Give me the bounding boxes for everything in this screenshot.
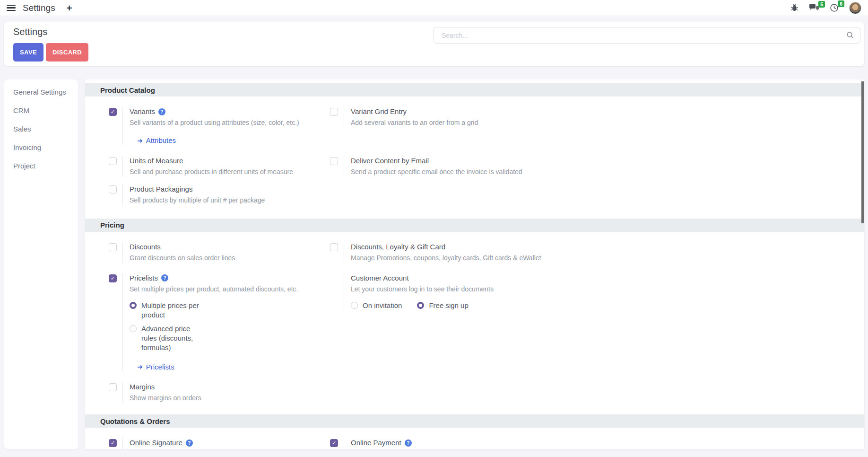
radio-advanced-price-rules[interactable]: Advanced price rules (discounts, formula…: [130, 324, 298, 352]
sidebar-item-project[interactable]: Project: [4, 157, 78, 175]
deliver-content-checkbox[interactable]: ✓: [330, 157, 338, 165]
setting-units-of-measure: ✓ Units of Measure Sell and purchase pro…: [109, 156, 330, 177]
settings-content: Product Catalog ✓ Variants ? Sell varian…: [85, 79, 864, 449]
chat-bubbles-icon: [809, 4, 819, 12]
setting-description: Manage Promotions, coupons, loyalty card…: [351, 253, 541, 263]
section-title: Quotations & Orders: [100, 417, 170, 425]
loyalty-checkbox[interactable]: ✓: [330, 243, 338, 251]
setting-label: Margins: [130, 382, 155, 392]
radio-button[interactable]: [130, 325, 137, 332]
navbar-app-title: Settings: [23, 3, 55, 13]
messages-count-badge: 5: [818, 1, 825, 8]
debug-bug-icon[interactable]: [790, 4, 799, 12]
help-icon[interactable]: ?: [405, 439, 412, 447]
setting-label: Pricelists: [130, 273, 158, 283]
setting-label: Discounts, Loyalty & Gift Card: [351, 242, 445, 252]
setting-variants: ✓ Variants ? Sell variants of a product …: [109, 107, 330, 145]
discounts-checkbox[interactable]: ✓: [109, 243, 117, 251]
vertical-scrollbar-thumb[interactable]: [861, 81, 864, 223]
setting-margins: ✓ Margins Show margins on orders: [109, 382, 330, 403]
top-navbar: Settings + 5: [0, 0, 868, 16]
activities-count-badge: 6: [838, 0, 844, 7]
setting-description: Sell products by multiple of unit # per …: [130, 195, 265, 205]
section-header-quotations-orders: Quotations & Orders: [85, 414, 864, 428]
user-avatar[interactable]: [849, 2, 861, 14]
setting-description: Sell and purchase products in different …: [130, 167, 293, 177]
attributes-link[interactable]: ➜ Attributes: [137, 136, 176, 144]
arrow-right-icon: ➜: [137, 137, 143, 144]
setting-description: Add several variants to an order from a …: [351, 118, 478, 128]
sidebar-item-sales[interactable]: Sales: [4, 120, 78, 138]
control-panel: Settings SAVE DISCARD: [4, 22, 864, 66]
setting-description: Request an online payment to confirm ord…: [351, 449, 483, 449]
setting-online-payment: ✓ Online Payment ? Request an online pay…: [330, 438, 864, 449]
pricelists-checkbox[interactable]: ✓: [109, 274, 117, 282]
setting-label: Product Packagings: [130, 185, 192, 194]
setting-description: Request an online signature to confirm o…: [130, 449, 263, 449]
arrow-right-icon: ➜: [137, 363, 143, 370]
setting-label: Online Signature: [130, 438, 182, 448]
help-icon[interactable]: ?: [161, 274, 168, 281]
plus-icon[interactable]: +: [67, 3, 72, 13]
search-input[interactable]: [434, 27, 860, 44]
setting-deliver-content-by-email: ✓ Deliver Content by Email Send a produc…: [330, 156, 864, 177]
radio-button[interactable]: [351, 302, 358, 309]
product-packagings-checkbox[interactable]: ✓: [109, 185, 117, 193]
setting-description: Show margins on orders: [130, 393, 201, 403]
help-icon[interactable]: ?: [186, 439, 193, 447]
setting-label: Variant Grid Entry: [351, 107, 407, 116]
discard-button[interactable]: DISCARD: [46, 43, 88, 62]
radio-multiple-prices[interactable]: Multiple prices per product: [130, 301, 298, 320]
customer-account-radio-group: On invitation Free sign up: [351, 301, 494, 310]
radio-button[interactable]: [130, 302, 137, 309]
pricelists-link[interactable]: ➜ Pricelists: [137, 363, 174, 371]
margins-checkbox[interactable]: ✓: [109, 383, 117, 391]
setting-label: Deliver Content by Email: [351, 156, 429, 166]
online-payment-checkbox[interactable]: ✓: [330, 439, 338, 447]
bug-icon: [790, 4, 799, 12]
sidebar-item-crm[interactable]: CRM: [4, 101, 78, 120]
sidebar-item-general-settings[interactable]: General Settings: [4, 83, 78, 101]
setting-variant-grid-entry: ✓ Variant Grid Entry Add several variant…: [330, 107, 864, 128]
search-icon[interactable]: [846, 31, 854, 41]
setting-description: Set multiple prices per product, automat…: [130, 284, 298, 294]
radio-button[interactable]: [417, 302, 424, 309]
save-button[interactable]: SAVE: [13, 43, 43, 62]
hamburger-menu-icon[interactable]: [7, 5, 16, 11]
setting-description: Grant discounts on sales order lines: [130, 253, 235, 263]
setting-label: Customer Account: [351, 273, 409, 283]
setting-customer-account: ✓ Customer Account Let your customers lo…: [330, 273, 864, 310]
setting-online-signature: ✓ Online Signature ? Request an online s…: [109, 438, 330, 449]
setting-discounts-loyalty-gift-card: ✓ Discounts, Loyalty & Gift Card Manage …: [330, 242, 864, 263]
setting-label: Units of Measure: [130, 156, 183, 166]
setting-description: Let your customers log in to see their d…: [351, 284, 494, 294]
pricelists-radio-group: Multiple prices per product Advanced pri…: [130, 301, 298, 352]
setting-description: Send a product-specific email once the i…: [351, 167, 522, 177]
online-signature-checkbox[interactable]: ✓: [109, 439, 117, 447]
variant-grid-entry-checkbox[interactable]: ✓: [330, 108, 338, 116]
section-title: Product Catalog: [100, 86, 155, 94]
settings-sidebar: General Settings CRM Sales Invoicing Pro…: [4, 79, 78, 449]
clock-icon: [830, 3, 839, 12]
radio-on-invitation[interactable]: On invitation: [351, 301, 402, 310]
radio-free-sign-up[interactable]: Free sign up: [417, 301, 468, 310]
setting-pricelists: ✓ Pricelists ? Set multiple prices per p…: [109, 273, 330, 371]
setting-discounts: ✓ Discounts Grant discounts on sales ord…: [109, 242, 330, 263]
setting-label: Online Payment: [351, 438, 401, 448]
page-title: Settings: [13, 26, 47, 37]
units-of-measure-checkbox[interactable]: ✓: [109, 157, 117, 165]
help-icon[interactable]: ?: [158, 108, 165, 115]
section-header-pricing: Pricing: [85, 219, 864, 232]
setting-label: Discounts: [130, 242, 161, 252]
messages-icon[interactable]: 5: [809, 4, 819, 12]
section-title: Pricing: [100, 221, 124, 229]
setting-description: Sell variants of a product using attribu…: [130, 118, 299, 128]
activities-clock-icon[interactable]: 6: [830, 3, 839, 12]
variants-checkbox[interactable]: ✓: [109, 108, 117, 116]
setting-label: Variants: [130, 107, 155, 116]
section-header-product-catalog: Product Catalog: [85, 83, 864, 97]
sidebar-item-invoicing[interactable]: Invoicing: [4, 138, 78, 157]
setting-product-packagings: ✓ Product Packagings Sell products by mu…: [109, 185, 330, 205]
